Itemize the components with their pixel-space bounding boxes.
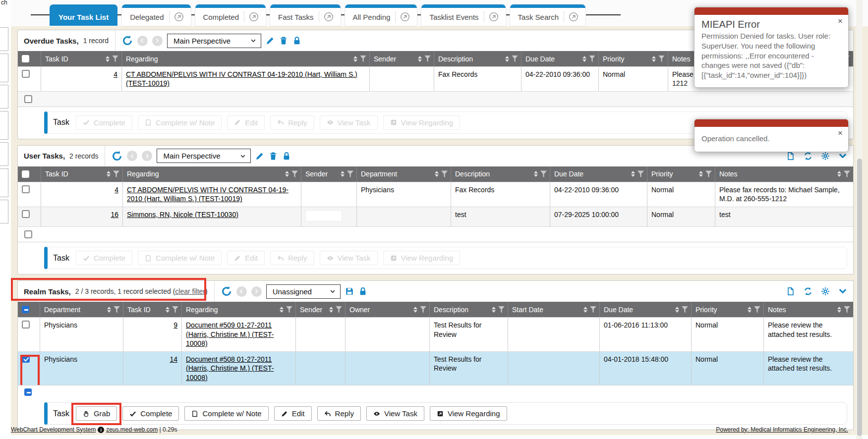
filter-icon[interactable] bbox=[540, 170, 547, 177]
close-icon[interactable]: × bbox=[838, 17, 843, 25]
col-header-task-id[interactable]: Task ID bbox=[41, 166, 122, 182]
cell-regarding[interactable]: Simmons, RN, Nicole (TEST-10030) bbox=[122, 207, 301, 226]
filter-icon[interactable] bbox=[114, 306, 120, 313]
external-link-icon[interactable] bbox=[319, 11, 335, 23]
filter-icon[interactable] bbox=[498, 306, 505, 313]
row-checkbox[interactable] bbox=[22, 70, 30, 78]
row-checkbox[interactable] bbox=[24, 95, 32, 103]
col-header-priority[interactable]: Priority bbox=[691, 302, 763, 317]
col-header-description[interactable]: Description bbox=[434, 51, 521, 66]
filter-icon[interactable] bbox=[286, 306, 292, 313]
sort-icon[interactable] bbox=[435, 171, 439, 177]
collapse-chevron-icon[interactable] bbox=[838, 152, 847, 161]
info-icon[interactable] bbox=[98, 427, 104, 433]
col-header-notes[interactable]: Notes bbox=[715, 166, 853, 182]
view-regarding-button[interactable]: View Regarding bbox=[383, 115, 461, 130]
sort-icon[interactable] bbox=[107, 171, 111, 177]
edit-button[interactable]: Edit bbox=[227, 251, 265, 265]
col-header-sender[interactable]: Sender bbox=[295, 302, 345, 317]
row-select-cell[interactable] bbox=[18, 207, 41, 226]
perspective-select[interactable]: Main Perspective bbox=[167, 34, 261, 48]
close-icon[interactable]: × bbox=[838, 129, 843, 137]
sort-icon[interactable] bbox=[492, 307, 496, 313]
col-header-regarding[interactable]: Regarding bbox=[121, 51, 369, 66]
external-link-icon[interactable] bbox=[169, 11, 185, 23]
filter-icon[interactable] bbox=[637, 170, 644, 177]
sort-icon[interactable] bbox=[837, 171, 841, 177]
tab-task-search[interactable]: Task Search bbox=[510, 4, 586, 26]
view-task-button[interactable]: View Task bbox=[320, 115, 378, 130]
tab-tasklist-events[interactable]: Tasklist Events bbox=[421, 4, 505, 26]
sort-icon[interactable] bbox=[534, 171, 538, 177]
next-page-icon[interactable] bbox=[152, 36, 163, 46]
filter-icon[interactable] bbox=[291, 170, 298, 177]
col-header-regarding[interactable]: Regarding bbox=[181, 302, 295, 317]
select-all-checkbox[interactable] bbox=[24, 388, 32, 396]
complete-with-note-button[interactable]: Complete w/ Note bbox=[138, 115, 222, 130]
sort-icon[interactable] bbox=[583, 307, 587, 313]
external-link-icon[interactable] bbox=[564, 11, 579, 23]
sync-icon[interactable] bbox=[804, 152, 812, 161]
filter-icon[interactable] bbox=[424, 55, 431, 62]
col-header-description[interactable]: Description bbox=[429, 302, 508, 317]
sort-icon[interactable] bbox=[505, 56, 509, 62]
filter-icon[interactable] bbox=[420, 306, 426, 313]
next-page-icon[interactable] bbox=[142, 151, 152, 161]
col-header-start-date[interactable]: Start Date bbox=[508, 302, 599, 317]
col-header-department[interactable]: Department bbox=[356, 166, 451, 182]
filter-icon[interactable] bbox=[705, 170, 712, 177]
select-all-checkbox[interactable] bbox=[22, 170, 29, 178]
col-header-priority[interactable]: Priority bbox=[647, 166, 715, 182]
prev-page-icon[interactable] bbox=[137, 36, 148, 46]
external-link-icon[interactable] bbox=[484, 11, 500, 23]
lock-icon[interactable] bbox=[358, 287, 367, 296]
sort-icon[interactable] bbox=[837, 307, 841, 313]
filter-icon[interactable] bbox=[113, 170, 119, 177]
prev-page-icon[interactable] bbox=[127, 151, 137, 161]
col-header-description[interactable]: Description bbox=[451, 166, 550, 182]
select-all-checkbox[interactable] bbox=[22, 55, 29, 62]
filter-icon[interactable] bbox=[347, 170, 353, 177]
cell-task-id[interactable]: 4 bbox=[41, 182, 122, 207]
edit-button[interactable]: Edit bbox=[274, 406, 312, 421]
row-checkbox[interactable] bbox=[22, 185, 30, 193]
perspective-select[interactable]: Main Perspective bbox=[157, 149, 251, 163]
refresh-icon[interactable] bbox=[112, 151, 122, 162]
filter-icon[interactable] bbox=[512, 55, 518, 62]
refresh-icon[interactable] bbox=[122, 35, 133, 46]
row-checkbox[interactable] bbox=[22, 210, 30, 218]
new-document-icon[interactable] bbox=[786, 152, 795, 161]
lock-icon[interactable] bbox=[292, 36, 301, 45]
cell-task-id[interactable]: 4 bbox=[41, 67, 121, 91]
view-task-button[interactable]: View Task bbox=[366, 406, 424, 421]
delete-perspective-icon[interactable] bbox=[269, 152, 278, 161]
filter-icon[interactable] bbox=[589, 55, 595, 62]
select-all-header[interactable] bbox=[18, 51, 41, 66]
tab-completed[interactable]: Completed bbox=[195, 4, 266, 26]
sort-icon[interactable] bbox=[341, 171, 345, 177]
sort-icon[interactable] bbox=[748, 307, 752, 313]
filter-icon[interactable] bbox=[754, 306, 760, 313]
row-checkbox[interactable] bbox=[22, 321, 30, 329]
collapse-chevron-icon[interactable] bbox=[838, 287, 847, 296]
col-header-owner[interactable]: Owner bbox=[345, 302, 429, 317]
cell-task-id[interactable]: 9 bbox=[123, 318, 181, 351]
save-icon[interactable] bbox=[345, 287, 354, 296]
vertical-scrollbar[interactable] bbox=[856, 0, 863, 439]
col-header-due-date[interactable]: Due Date bbox=[599, 302, 691, 317]
edit-perspective-icon[interactable] bbox=[255, 152, 264, 161]
sort-icon[interactable] bbox=[353, 56, 357, 62]
complete-button[interactable]: Complete bbox=[76, 251, 132, 265]
col-header-due-date[interactable]: Due Date bbox=[550, 166, 647, 182]
filter-icon[interactable] bbox=[360, 55, 366, 62]
view-task-button[interactable]: View Task bbox=[320, 251, 378, 265]
col-header-sender[interactable]: Sender bbox=[369, 51, 434, 66]
sort-icon[interactable] bbox=[418, 56, 422, 62]
tab-delegated[interactable]: Delegated bbox=[122, 4, 190, 26]
col-header-due-date[interactable]: Due Date bbox=[521, 51, 598, 66]
sort-icon[interactable] bbox=[106, 56, 110, 62]
select-all-header[interactable] bbox=[18, 302, 40, 317]
col-header-priority[interactable]: Priority bbox=[598, 51, 668, 66]
external-link-icon[interactable] bbox=[244, 11, 260, 23]
filter-icon[interactable] bbox=[590, 306, 596, 313]
